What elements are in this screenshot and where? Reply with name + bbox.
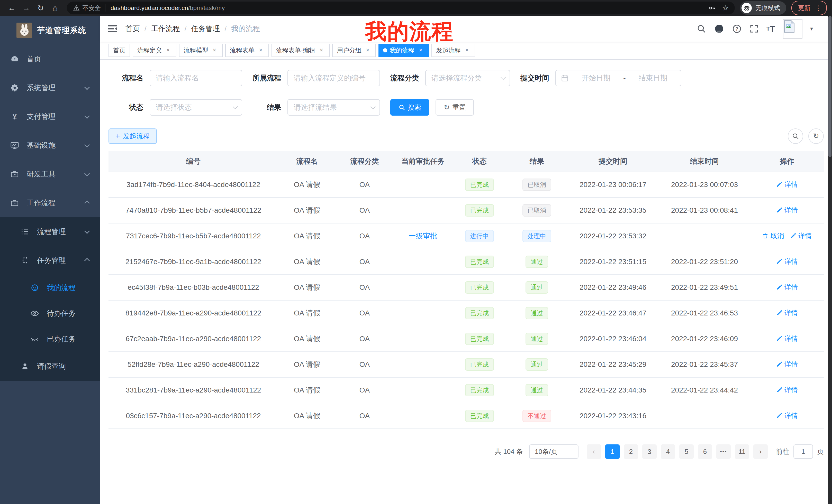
address-bar[interactable]: 不安全 dashboard.yudao.iocoder.cn/bpm/task/… [67, 2, 735, 15]
reset-button[interactable]: ↻ 重置 [436, 99, 474, 116]
avatar[interactable] [783, 19, 802, 38]
search-icon[interactable] [697, 24, 706, 34]
tab-user-group[interactable]: 用户分组× [332, 44, 376, 57]
page-button-3[interactable]: 3 [642, 444, 657, 459]
scrollbar-thumb[interactable] [828, 16, 831, 157]
cell-submit-time: 2022-01-22 23:43:16 [567, 403, 659, 429]
cell-submit-time: 2022-01-22 23:51:15 [567, 249, 659, 275]
cell-end-time [659, 403, 750, 429]
status-select[interactable] [150, 99, 242, 116]
page-button-4[interactable]: 4 [661, 444, 675, 459]
search-button[interactable]: 搜索 [390, 99, 430, 116]
page-button-6[interactable]: 6 [698, 444, 712, 459]
detail-button[interactable]: 详情 [776, 283, 798, 292]
sidebar-item-system[interactable]: 系统管理 [0, 74, 100, 102]
cancel-button[interactable]: 取消 [762, 231, 784, 241]
detail-button[interactable]: 详情 [776, 360, 798, 369]
browser-toolbar: ← → ↻ ⌂ 不安全 dashboard.yudao.iocoder.cn/b… [0, 0, 832, 16]
detail-button[interactable]: 详情 [776, 386, 798, 395]
incognito-label: 无痕模式 [755, 4, 780, 12]
chevron-up-icon [84, 258, 90, 263]
sidebar-item-devtools[interactable]: 研发工具 [0, 160, 100, 189]
key-icon[interactable] [708, 4, 716, 12]
tab-home[interactable]: 首页 [108, 44, 130, 57]
collapse-sidebar-icon[interactable] [108, 25, 117, 33]
tab-process-form-edit[interactable]: 流程表单-编辑× [271, 44, 330, 57]
submit-time-range-picker[interactable]: 开始日期 - 结束日期 [555, 70, 681, 86]
detail-button[interactable]: 详情 [776, 180, 798, 189]
close-icon[interactable]: × [417, 47, 424, 54]
scrollbar[interactable] [828, 16, 832, 504]
tab-process-model[interactable]: 流程模型× [179, 44, 223, 57]
url-text: dashboard.yudao.iocoder.cn/bpm/task/my [110, 4, 704, 11]
page-button-5[interactable]: 5 [679, 444, 694, 459]
edit-icon [776, 258, 782, 264]
home-icon[interactable]: ⌂ [48, 1, 62, 15]
detail-button[interactable]: 详情 [776, 411, 798, 420]
result-select[interactable] [287, 99, 380, 116]
close-icon[interactable]: × [463, 47, 470, 54]
sidebar-item-todo-tasks[interactable]: 待办任务 [0, 301, 100, 326]
tab-start-process[interactable]: 发起流程× [432, 44, 475, 57]
sidebar-item-payment[interactable]: ¥ 支付管理 [0, 102, 100, 131]
back-icon[interactable]: ← [5, 1, 19, 15]
update-button[interactable]: 更新 ⋮ [791, 1, 827, 15]
status-badge: 已完成 [465, 307, 494, 319]
process-category-select[interactable] [425, 70, 510, 86]
current-task-link[interactable]: 一级审批 [409, 232, 437, 240]
tab-my-process[interactable]: 我的流程× [379, 44, 429, 57]
show-search-button[interactable] [788, 129, 803, 144]
next-page-button[interactable]: › [753, 444, 768, 459]
close-icon[interactable]: × [318, 47, 325, 54]
refresh-table-button[interactable]: ↻ [808, 129, 824, 144]
page-button-1[interactable]: 1 [605, 444, 620, 459]
close-icon[interactable]: × [211, 47, 218, 54]
detail-button[interactable]: 详情 [776, 206, 798, 215]
tab-process-form[interactable]: 流程表单× [225, 44, 269, 57]
sidebar-item-leave-query[interactable]: 请假查询 [0, 352, 100, 381]
edit-icon [776, 335, 782, 342]
page-button-2[interactable]: 2 [624, 444, 638, 459]
reload-icon[interactable]: ↻ [34, 1, 47, 15]
detail-button[interactable]: 详情 [776, 334, 798, 343]
sidebar-item-task-mgmt[interactable]: 任务管理 [0, 246, 100, 275]
top-navbar: 首页 / 工作流程 / 任务管理 / 我的流程 ? TT [100, 16, 832, 41]
breadcrumb-home[interactable]: 首页 [126, 24, 140, 34]
sidebar-item-home[interactable]: 首页 [0, 45, 100, 74]
github-icon[interactable] [714, 24, 724, 34]
help-icon[interactable]: ? [732, 24, 742, 34]
breadcrumb-task-mgmt[interactable]: 任务管理 [191, 24, 220, 34]
close-icon[interactable]: × [164, 47, 172, 54]
more-vertical-icon[interactable]: ⋮ [815, 4, 822, 12]
sidebar-item-workflow[interactable]: 工作流程 [0, 189, 100, 217]
sidebar-item-my-process[interactable]: 我的流程 [0, 275, 100, 301]
close-icon[interactable]: × [257, 47, 264, 54]
process-definition-input[interactable] [287, 70, 380, 86]
cell-id: ec45f38f-7b9a-11ec-b03b-acde48001122 [108, 275, 278, 300]
process-name-input[interactable] [150, 70, 242, 86]
prev-page-button[interactable]: ‹ [587, 444, 601, 459]
close-icon[interactable]: × [364, 47, 371, 54]
page-size-select[interactable]: 10条/页 [529, 444, 578, 459]
start-date-placeholder[interactable]: 开始日期 [573, 73, 619, 83]
cell-submit-time: 2022-01-22 23:46:47 [567, 300, 659, 326]
start-process-button[interactable]: + 发起流程 [108, 129, 157, 144]
detail-button[interactable]: 详情 [790, 231, 812, 241]
chevron-down-icon[interactable]: ▾ [810, 25, 813, 32]
detail-button[interactable]: 详情 [776, 309, 798, 317]
end-date-placeholder[interactable]: 结束日期 [630, 73, 676, 83]
sidebar-item-done-tasks[interactable]: 已办任务 [0, 326, 100, 352]
breadcrumb-workflow[interactable]: 工作流程 [151, 24, 180, 34]
forward-icon[interactable]: → [20, 1, 33, 15]
goto-page-input[interactable] [794, 444, 813, 459]
detail-button[interactable]: 详情 [776, 257, 798, 266]
more-pages-button[interactable]: ••• [716, 444, 731, 459]
sidebar-item-infra[interactable]: 基础设施 [0, 131, 100, 160]
tab-process-definition[interactable]: 流程定义× [133, 44, 176, 57]
bookmark-star-icon[interactable]: ☆ [722, 4, 729, 12]
font-size-icon[interactable]: TT [766, 24, 775, 33]
sidebar-item-process-mgmt[interactable]: 流程管理 [0, 217, 100, 246]
cell-name: OA 请假 [278, 198, 336, 223]
page-button-11[interactable]: 11 [735, 444, 749, 459]
fullscreen-icon[interactable] [750, 24, 759, 33]
